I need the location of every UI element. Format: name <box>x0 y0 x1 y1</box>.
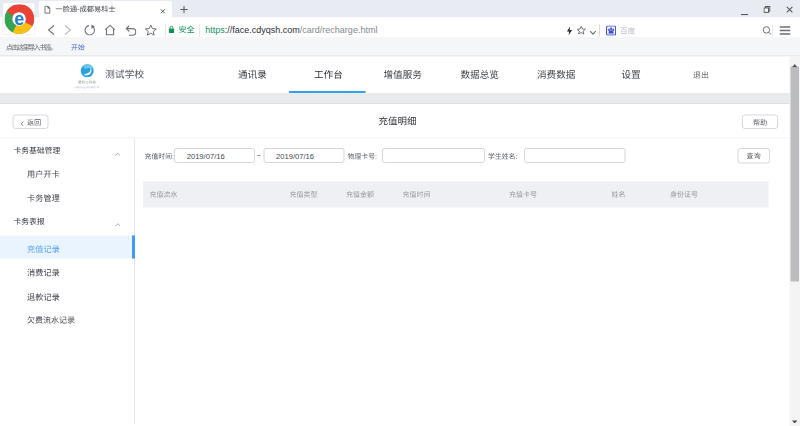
svg-text:e: e <box>14 9 24 29</box>
